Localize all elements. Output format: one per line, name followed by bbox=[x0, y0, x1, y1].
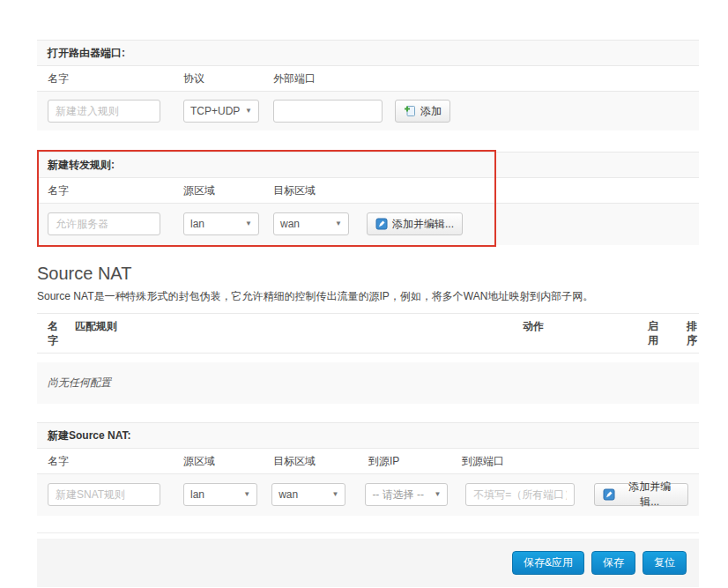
source-nat-heading: Source NAT bbox=[37, 263, 699, 284]
save-button[interactable]: 保存 bbox=[591, 551, 635, 575]
dest-zone-value: wan bbox=[280, 218, 300, 230]
column-label-name: 名字 bbox=[48, 184, 183, 197]
add-and-edit-button[interactable]: 添加并编辑... bbox=[367, 212, 463, 235]
firewall-page: 打开路由器端口: 名字 协议 外部端口 TCP+UDP ▼ 添加 新建转发规则: bbox=[37, 0, 699, 587]
new-forward-title: 新建转发规则: bbox=[37, 152, 699, 178]
snat-add-and-edit-button-label: 添加并编辑... bbox=[620, 480, 680, 510]
source-zone-value: lan bbox=[190, 218, 204, 230]
column-label-to-source-port: 到源端口 bbox=[462, 455, 591, 467]
edit-icon bbox=[603, 488, 615, 501]
new-forward-section: 新建转发规则: 名字 源区域 目标区域 lan ▼ wan ▼ 添加并编辑... bbox=[37, 152, 699, 245]
open-ports-form-row: TCP+UDP ▼ 添加 bbox=[37, 92, 699, 130]
snat-header-name: 名字 bbox=[48, 319, 60, 347]
snat-source-zone-value: lan bbox=[190, 488, 204, 501]
add-button[interactable]: 添加 bbox=[395, 100, 450, 123]
column-label-external-port: 外部端口 bbox=[273, 72, 368, 85]
open-ports-column-labels: 名字 协议 外部端口 bbox=[37, 66, 699, 92]
forward-name-input[interactable] bbox=[48, 212, 160, 235]
footer-action-bar: 保存&应用 保存 复位 bbox=[37, 539, 699, 587]
new-snat-section: 新建Source NAT: 名字 源区域 目标区域 到源IP 到源端口 lan … bbox=[37, 422, 699, 516]
add-icon bbox=[404, 105, 416, 117]
column-label-protocol: 协议 bbox=[183, 72, 273, 85]
source-zone-select[interactable]: lan ▼ bbox=[183, 212, 259, 235]
edit-icon bbox=[375, 218, 388, 230]
new-forward-form-row: lan ▼ wan ▼ 添加并编辑... bbox=[37, 204, 699, 245]
snat-dest-zone-value: wan bbox=[279, 488, 298, 501]
snat-add-and-edit-button[interactable]: 添加并编辑... bbox=[594, 483, 688, 506]
snat-empty-state: 尚无任何配置 bbox=[37, 362, 699, 404]
column-label-source-zone: 源区域 bbox=[183, 184, 273, 197]
external-port-input[interactable] bbox=[273, 100, 383, 123]
protocol-select[interactable]: TCP+UDP ▼ bbox=[183, 100, 259, 123]
source-nat-description: Source NAT是一种特殊形式的封包伪装，它允许精细的控制传出流量的源IP，… bbox=[37, 290, 699, 303]
column-label-dest-zone: 目标区域 bbox=[273, 184, 368, 197]
open-ports-title: 打开路由器端口: bbox=[37, 40, 699, 66]
snat-source-zone-select[interactable]: lan ▼ bbox=[183, 483, 257, 506]
column-label-name: 名字 bbox=[48, 72, 183, 85]
new-forward-column-labels: 名字 源区域 目标区域 bbox=[37, 178, 699, 204]
chevron-down-icon: ▼ bbox=[434, 491, 441, 498]
save-apply-button[interactable]: 保存&应用 bbox=[512, 551, 584, 575]
add-button-label: 添加 bbox=[420, 104, 442, 119]
column-label-to-source-ip: 到源IP bbox=[368, 455, 462, 467]
snat-header-enable: 启用 bbox=[648, 319, 660, 347]
add-and-edit-button-label: 添加并编辑... bbox=[392, 217, 454, 232]
open-ports-section: 打开路由器端口: 名字 协议 外部端口 TCP+UDP ▼ 添加 bbox=[37, 40, 699, 130]
chevron-down-icon: ▼ bbox=[245, 108, 252, 115]
dest-zone-select[interactable]: wan ▼ bbox=[273, 212, 349, 235]
new-snat-form-row: lan ▼ wan ▼ -- 请选择 -- ▼ 添加并编辑... bbox=[37, 474, 699, 516]
chevron-down-icon: ▼ bbox=[245, 220, 252, 227]
snat-dest-zone-select[interactable]: wan ▼ bbox=[271, 483, 345, 506]
protocol-select-value: TCP+UDP bbox=[190, 105, 240, 117]
column-label-source-zone: 源区域 bbox=[183, 455, 273, 467]
new-snat-column-labels: 名字 源区域 目标区域 到源IP 到源端口 bbox=[37, 449, 699, 474]
rule-name-input[interactable] bbox=[48, 100, 160, 123]
snat-to-source-ip-value: -- 请选择 -- bbox=[372, 488, 424, 502]
chevron-down-icon: ▼ bbox=[243, 491, 250, 498]
reset-button[interactable]: 复位 bbox=[643, 551, 687, 575]
new-snat-title: 新建Source NAT: bbox=[37, 422, 699, 449]
column-label-dest-zone: 目标区域 bbox=[273, 455, 368, 467]
chevron-down-icon: ▼ bbox=[335, 220, 342, 227]
snat-header-sort: 排序 bbox=[687, 319, 699, 347]
column-label-name: 名字 bbox=[48, 455, 183, 467]
snat-to-source-ip-select[interactable]: -- 请选择 -- ▼ bbox=[365, 483, 448, 506]
snat-to-source-port-input[interactable] bbox=[465, 483, 575, 506]
chevron-down-icon: ▼ bbox=[331, 491, 338, 498]
snat-name-input[interactable] bbox=[48, 483, 160, 506]
footer-divider bbox=[37, 532, 699, 533]
snat-header-match: 匹配规则 bbox=[75, 319, 523, 347]
snat-table-header: 名字 匹配规则 动作 启用 排序 bbox=[37, 313, 699, 354]
snat-header-action: 动作 bbox=[523, 319, 648, 347]
